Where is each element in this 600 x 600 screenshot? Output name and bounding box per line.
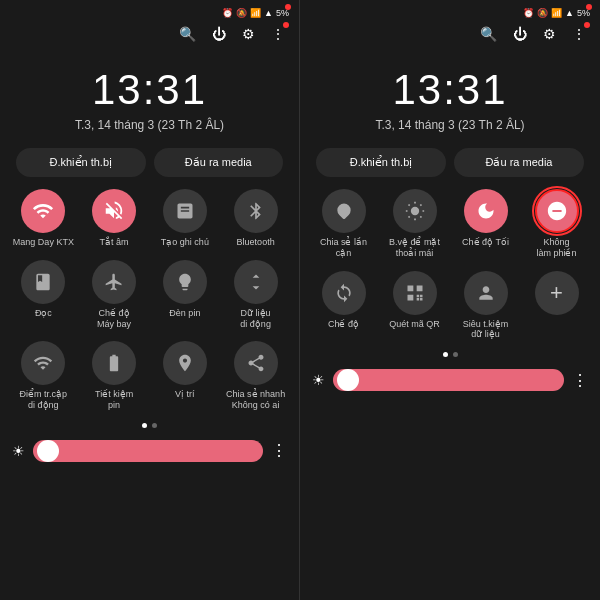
right-status-bar: ⏰ 🔕 📶 ▲ 5%	[300, 0, 600, 22]
left-time-section: 13:31 T.3, 14 tháng 3 (23 Th 2 ÂL)	[0, 46, 299, 148]
bt-tile-label: Bluetooth	[237, 237, 275, 248]
r-device-control-btn[interactable]: Đ.khiển th.bị	[316, 148, 446, 177]
datasave-tile-label: Siêu t.kiệmdữ liệu	[463, 319, 509, 341]
bt-tile-icon	[234, 189, 278, 233]
datasave-tile-icon	[464, 271, 508, 315]
right-date: T.3, 14 tháng 3 (23 Th 2 ÂL)	[375, 118, 524, 132]
location-tile-icon	[163, 341, 207, 385]
dnd-tile-label: Khônglàm phiền	[536, 237, 576, 259]
left-control-buttons: Đ.khiển th.bị Đầu ra media	[0, 148, 299, 189]
brightness-more-icon[interactable]: ⋮	[271, 441, 287, 460]
add-tile-btn[interactable]: +	[535, 271, 579, 315]
r-brightness-track[interactable]	[333, 369, 564, 391]
r-dot-2	[453, 352, 458, 357]
mute-tile-label: Tắt âm	[100, 237, 129, 248]
read-tile-label: Đọc	[35, 308, 52, 319]
hotspot-tile-icon	[21, 341, 65, 385]
left-tiles-row3: Điểm tr.cậpdi động Tiết kiệmpin Vị trí C…	[0, 337, 299, 419]
tile-airplane[interactable]: Chế độMáy bay	[83, 260, 146, 330]
dnd-tile-icon	[535, 189, 579, 233]
tile-location[interactable]: Vị trí	[154, 341, 217, 411]
left-status-icons: ⏰ 🔕 📶 ▲ 5%	[222, 8, 289, 18]
r-power-icon[interactable]: ⏻	[513, 26, 527, 42]
darkmode-tile-label: Chế độ Tối	[462, 237, 509, 248]
nearby-tile-label: Chia sẻ lần cận	[312, 237, 375, 259]
r-more-icon[interactable]: ⋮	[572, 26, 586, 42]
eyecomfort-tile-icon	[393, 189, 437, 233]
qr-tile-icon	[393, 271, 437, 315]
torch-tile-label: Đèn pin	[169, 308, 200, 319]
left-tiles-row2: Đọc Chế độMáy bay Đèn pin Dữ liệudi động	[0, 256, 299, 338]
device-control-btn[interactable]: Đ.khiển th.bị	[16, 148, 146, 177]
left-brightness-bar[interactable]: ☀ ⋮	[0, 436, 299, 468]
svg-point-0	[410, 207, 418, 215]
mute-tile-icon	[92, 189, 136, 233]
left-date: T.3, 14 tháng 3 (23 Th 2 ÂL)	[75, 118, 224, 132]
read-tile-icon	[21, 260, 65, 304]
r-tile-dnd[interactable]: Khônglàm phiền	[525, 189, 588, 259]
darkmode-tile-icon	[464, 189, 508, 233]
r-brightness-more-icon[interactable]: ⋮	[572, 371, 588, 390]
tile-note[interactable]: Tạo ghi chú	[154, 189, 217, 248]
r-battery-dot	[586, 4, 592, 10]
power-icon[interactable]: ⏻	[212, 26, 226, 42]
tile-data[interactable]: Dữ liệudi động	[224, 260, 287, 330]
r-tile-add[interactable]: +	[525, 271, 588, 341]
data-tile-label: Dữ liệudi động	[240, 308, 271, 330]
dot-1	[142, 423, 147, 428]
hotspot-tile-label: Điểm tr.cậpdi động	[20, 389, 68, 411]
wifi-status-icon: ▲	[264, 8, 273, 18]
torch-tile-icon	[163, 260, 207, 304]
r-wifi-icon: ▲	[565, 8, 574, 18]
alarm-icon: ⏰	[222, 8, 233, 18]
left-panel: ⏰ 🔕 📶 ▲ 5% 🔍 ⏻ ⚙ ⋮ 13:31 T.3, 14 tháng 3…	[0, 0, 300, 600]
r-media-output-btn[interactable]: Đầu ra media	[454, 148, 584, 177]
share-tile-icon	[234, 341, 278, 385]
right-tiles-row1: Chia sẻ lần cận B.vệ để mặtthoải mái Chế…	[300, 189, 600, 267]
r-signal-icon: 📶	[551, 8, 562, 18]
mode-tile-label: Chế độ	[328, 319, 359, 330]
r-settings-icon[interactable]: ⚙	[543, 26, 556, 42]
eyecomfort-tile-label: B.vệ để mặtthoải mái	[389, 237, 440, 259]
r-tile-mode[interactable]: Chế độ	[312, 271, 375, 341]
data-tile-icon	[234, 260, 278, 304]
batsave-tile-label: Tiết kiệmpin	[95, 389, 133, 411]
tile-read[interactable]: Đọc	[12, 260, 75, 330]
more-icon[interactable]: ⋮	[271, 26, 285, 42]
tile-mute[interactable]: Tắt âm	[83, 189, 146, 248]
airplane-tile-icon	[92, 260, 136, 304]
share-tile-label: Chia sẻ nhanhKhông có ai	[226, 389, 285, 411]
location-tile-label: Vị trí	[175, 389, 195, 400]
r-alarm-icon: ⏰	[523, 8, 534, 18]
batsave-tile-icon	[92, 341, 136, 385]
search-icon[interactable]: 🔍	[179, 26, 196, 42]
right-control-buttons: Đ.khiển th.bị Đầu ra media	[300, 148, 600, 189]
left-tiles-row1: Mang Day KTX Tắt âm Tạo ghi chú Bluetoot…	[0, 189, 299, 256]
signal-icon: 📶	[250, 8, 261, 18]
settings-icon[interactable]: ⚙	[242, 26, 255, 42]
tile-hotspot[interactable]: Điểm tr.cậpdi động	[12, 341, 75, 411]
right-brightness-bar[interactable]: ☀ ⋮	[300, 365, 600, 397]
wifi-tile-icon	[21, 189, 65, 233]
r-tile-datasave[interactable]: Siêu t.kiệmdữ liệu	[454, 271, 517, 341]
right-panel: ⏰ 🔕 📶 ▲ 5% 🔍 ⏻ ⚙ ⋮ 13:31 T.3, 14 tháng 3…	[300, 0, 600, 600]
brightness-track[interactable]	[33, 440, 263, 462]
r-tile-nearby[interactable]: Chia sẻ lần cận	[312, 189, 375, 259]
tile-batsave[interactable]: Tiết kiệmpin	[83, 341, 146, 411]
r-tile-qr[interactable]: Quét mã QR	[383, 271, 446, 341]
left-status-bar: ⏰ 🔕 📶 ▲ 5%	[0, 0, 299, 22]
note-tile-label: Tạo ghi chú	[161, 237, 209, 248]
r-tile-darkmode[interactable]: Chế độ Tối	[454, 189, 517, 259]
right-dots	[300, 348, 600, 365]
tile-share[interactable]: Chia sẻ nhanhKhông có ai	[224, 341, 287, 411]
right-top-icons: 🔍 ⏻ ⚙ ⋮	[300, 22, 600, 46]
left-top-icons: 🔍 ⏻ ⚙ ⋮	[0, 22, 299, 46]
r-search-icon[interactable]: 🔍	[480, 26, 497, 42]
note-tile-icon	[163, 189, 207, 233]
tile-torch[interactable]: Đèn pin	[154, 260, 217, 330]
tile-bluetooth[interactable]: Bluetooth	[224, 189, 287, 248]
r-tile-eyecomfort[interactable]: B.vệ để mặtthoải mái	[383, 189, 446, 259]
dot-2	[152, 423, 157, 428]
tile-wifi[interactable]: Mang Day KTX	[12, 189, 75, 248]
media-output-btn[interactable]: Đầu ra media	[154, 148, 284, 177]
